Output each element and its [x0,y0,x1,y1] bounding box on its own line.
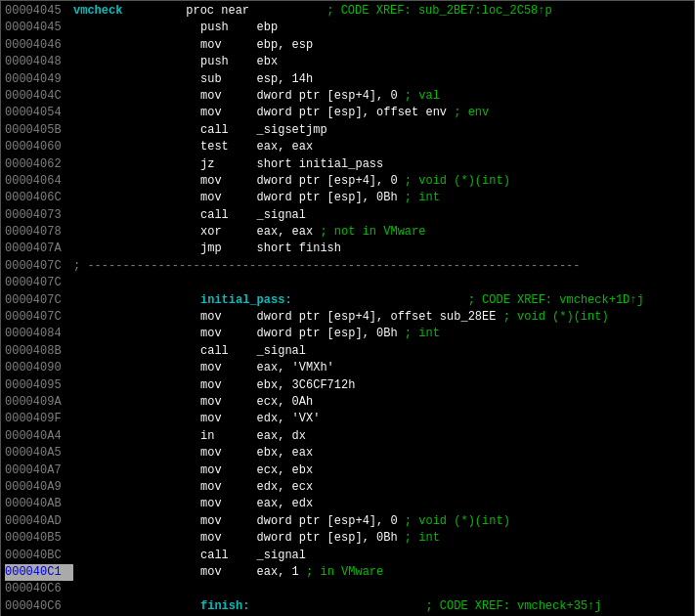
comment: ; not in VMware [320,224,425,241]
address: 0000409A [5,394,73,411]
address: 00004060 [5,139,73,155]
mnemonic: mov [200,394,257,411]
mnemonic: mov [200,479,257,496]
mnemonic: mov [200,496,257,512]
operands: _sigsetjmp [257,122,327,139]
address: 000040AB [5,496,73,512]
comment: ; env [454,105,489,121]
table-row: 0000409A mov ecx, 0Ah [5,394,690,411]
address: 00004095 [5,377,73,394]
mnemonic: mov [200,360,257,376]
table-row: 000040A7 mov ecx, ebx [5,462,690,479]
address: 0000407A [5,241,73,257]
mnemonic: jz [200,156,257,173]
mnemonic: mov [200,377,257,394]
mnemonic: call [200,343,257,360]
operands: _signal [257,207,306,224]
mnemonic: test [200,139,257,155]
address: 0000407C [5,292,73,309]
operands: dword ptr [esp+4], 0 [257,88,398,105]
operands: eax, 1 [257,564,299,581]
operands: esp, 14h [257,71,314,88]
mnemonic: mov [200,309,257,326]
mnemonic: xor [200,224,257,241]
address: 00004084 [5,326,73,342]
mnemonic: mov [200,530,257,547]
address: 0000406C [5,190,73,206]
table-row: 0000407C [5,275,690,291]
address: 0000409F [5,411,73,427]
comment: ; CODE XREF: sub_2BE7:loc_2C58↑p [326,3,551,20]
operands: eax, 'VMXh' [257,360,334,376]
address: 000040C1 [5,564,73,581]
mnemonic: mov [200,37,257,54]
address: 0000408B [5,343,73,360]
operands: ecx, 0Ah [257,394,314,411]
operands: eax, eax [257,224,314,241]
table-row: 000040BC call _signal [5,548,690,564]
operands: ebp, esp [257,37,314,54]
address: 000040B5 [5,530,73,547]
comment: ; CODE XREF: vmcheck+35↑j [425,598,601,615]
address: 00004046 [5,37,73,54]
table-row: 00004048 push ebx [5,54,690,70]
table-row: 00004046 mov ebp, esp [5,37,690,54]
operands: dword ptr [esp+4], 0 [257,513,398,530]
mnemonic: mov [200,462,257,479]
address: 000040AD [5,513,73,530]
table-row: 000040AD mov dword ptr [esp+4], 0 ; void… [5,513,690,530]
table-row: 00004073 call _signal [5,207,690,224]
comment: ; void (*)(int) [405,173,510,190]
address: 00004078 [5,224,73,241]
table-row: 0000407C ; -----------------------------… [5,258,690,275]
operands: ecx, ebx [257,462,314,479]
table-row: 0000408B call _signal [5,343,690,360]
table-row: 000040A4 in eax, dx [5,428,690,445]
table-row: 00004045 vmcheck proc near ; CODE XREF: … [5,3,690,20]
operands: _signal [257,343,306,360]
address: 000040C6 [5,581,73,597]
mnemonic: call [200,548,257,564]
address: 00004090 [5,360,73,376]
address: 00004048 [5,54,73,70]
address: 0000407C [5,258,73,275]
table-row: 000040AB mov eax, edx [5,496,690,512]
table-row: 0000405B call _sigsetjmp [5,122,690,139]
comment: ; CODE XREF: vmcheck+1D↑j [468,292,644,309]
comment: ; int [405,530,440,547]
address: 0000407C [5,275,73,291]
mnemonic: in [200,428,257,445]
comment: ; void (*)(int) [503,309,609,326]
address: 00004049 [5,71,73,88]
disassembly-view: 00004045 vmcheck proc near ; CODE XREF: … [0,0,695,616]
comment: ; int [405,190,440,206]
address: 000040A5 [5,445,73,462]
table-row: 00004084 mov dword ptr [esp], 0Bh ; int [5,326,690,342]
table-row: 0000409F mov edx, 'VX' [5,411,690,427]
address: 00004062 [5,156,73,173]
mnemonic: mov [200,564,257,581]
proc-keyword: proc near [186,3,249,20]
operands: dword ptr [esp+4], 0 [257,173,398,190]
address: 00004064 [5,173,73,190]
address: 0000404C [5,88,73,105]
table-row: 00004049 sub esp, 14h [5,71,690,88]
table-row: 00004060 test eax, eax [5,139,690,155]
comment: ; int [405,326,440,342]
comment: ; in VMware [306,564,383,581]
mnemonic: jmp [200,241,257,257]
mnemonic: push [200,20,257,36]
table-row: 0000407C mov dword ptr [esp+4], offset s… [5,309,690,326]
table-row: 0000407C initial_pass: ; CODE XREF: vmch… [5,292,690,309]
mnemonic: mov [200,190,257,206]
table-row: 00004062 jz short initial_pass [5,156,690,173]
operands: eax, edx [257,496,314,512]
comment: ; void (*)(int) [405,513,510,530]
table-row: 0000406C mov dword ptr [esp], 0Bh ; int [5,190,690,206]
address: 00004045 [5,20,73,36]
table-row: 0000404C mov dword ptr [esp+4], 0 ; val [5,88,690,105]
comment: ; val [405,88,440,105]
table-row: 000040B5 mov dword ptr [esp], 0Bh ; int [5,530,690,547]
operands: short initial_pass [257,156,384,173]
mnemonic: mov [200,513,257,530]
